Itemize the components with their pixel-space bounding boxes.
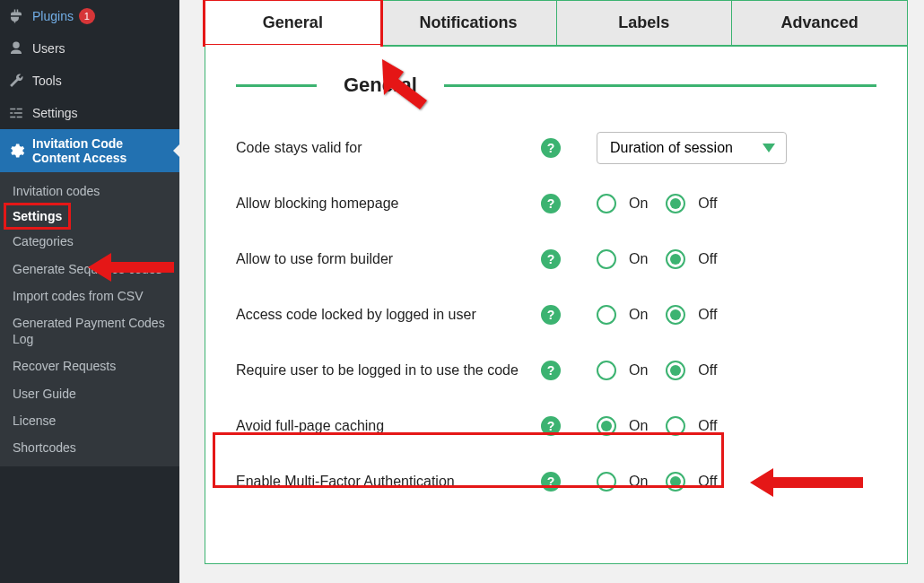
radio-on-label[interactable]: On: [629, 307, 648, 323]
plug-icon: [7, 7, 25, 25]
radio-on[interactable]: [597, 305, 616, 325]
submenu-generate-sequence-codes[interactable]: Generate Sequence codes: [0, 256, 179, 283]
help-icon[interactable]: ?: [541, 361, 561, 380]
tab-advanced[interactable]: Advanced: [732, 0, 908, 45]
nav-plugins[interactable]: Plugins 1: [0, 0, 179, 32]
settings-panel: General Code stays valid for ? Duration …: [205, 47, 908, 564]
radio-on[interactable]: [597, 416, 616, 436]
option-label: Avoid full-page caching: [236, 418, 541, 434]
gear-icon: [7, 142, 25, 160]
nav-settings[interactable]: Settings: [0, 97, 179, 129]
radio-on-label[interactable]: On: [629, 418, 648, 434]
radio-on[interactable]: [597, 249, 616, 269]
help-icon[interactable]: ?: [541, 194, 561, 213]
row-allow-blocking-homepage: Allow blocking homepage ? On Off: [236, 176, 876, 231]
help-icon[interactable]: ?: [541, 305, 561, 325]
radio-off-label[interactable]: Off: [698, 307, 717, 323]
nav-tools[interactable]: Tools: [0, 65, 179, 97]
main-content: General Notifications Labels Advanced Ge…: [179, 0, 924, 583]
chevron-down-icon: [763, 144, 775, 152]
radio-off-label[interactable]: Off: [698, 418, 717, 434]
tab-general[interactable]: General: [205, 0, 381, 45]
update-badge: 1: [79, 8, 95, 24]
submenu-import-codes-from-csv[interactable]: Import codes from CSV: [0, 283, 179, 309]
nav-invitation-code-content-access[interactable]: Invitation Code Content Access: [0, 129, 179, 172]
sliders-icon: [7, 104, 25, 122]
radio-off[interactable]: [666, 472, 685, 492]
submenu-categories[interactable]: Categories: [0, 228, 179, 255]
submenu-recover-requests[interactable]: Recover Requests: [0, 352, 179, 379]
radio-on[interactable]: [597, 472, 616, 492]
submenu-settings[interactable]: Settings: [5, 204, 69, 228]
submenu-generated-payment-codes-log[interactable]: Generated Payment Codes Log: [0, 309, 179, 352]
radio-on[interactable]: [597, 194, 616, 213]
submenu-invitation-codes[interactable]: Invitation codes: [0, 178, 179, 204]
submenu-shortcodes[interactable]: Shortcodes: [0, 434, 179, 461]
radio-on-label[interactable]: On: [629, 362, 648, 379]
radio-off[interactable]: [666, 361, 685, 380]
option-label: Access code locked by logged in user: [236, 307, 541, 323]
radio-off[interactable]: [666, 305, 685, 325]
row-enable-mfa: Enable Multi-Factor Authentication ? On …: [236, 454, 876, 509]
divider-line-icon: [236, 84, 317, 87]
divider-line-icon: [444, 84, 876, 87]
nav-label: Settings: [32, 106, 78, 120]
nav-label: Invitation Code Content Access: [32, 136, 169, 165]
radio-on-label[interactable]: On: [629, 251, 648, 267]
radio-on[interactable]: [597, 361, 616, 380]
admin-sidebar: Plugins 1 Users Tools Settings Invitatio…: [0, 0, 179, 583]
user-icon: [7, 39, 25, 57]
radio-off-label[interactable]: Off: [698, 251, 717, 267]
row-require-logged-in: Require user to be logged in to use the …: [236, 343, 876, 398]
wrench-icon: [7, 72, 25, 90]
section-title: General: [344, 74, 417, 97]
tab-bar: General Notifications Labels Advanced: [205, 0, 908, 47]
submenu-license[interactable]: License: [0, 407, 179, 434]
nav-label: Users: [32, 41, 65, 56]
row-access-code-locked: Access code locked by logged in user ? O…: [236, 287, 876, 343]
help-icon[interactable]: ?: [541, 249, 561, 269]
select-value: Duration of session: [610, 140, 733, 155]
radio-off[interactable]: [666, 249, 685, 269]
option-label: Enable Multi-Factor Authentication: [236, 474, 541, 490]
tab-notifications[interactable]: Notifications: [381, 0, 557, 45]
nav-label: Plugins: [32, 9, 74, 23]
nav-users[interactable]: Users: [0, 32, 179, 65]
nav-label: Tools: [32, 74, 62, 88]
option-label: Require user to be logged in to use the …: [236, 362, 541, 379]
row-code-stays-valid-for: Code stays valid for ? Duration of sessi…: [236, 120, 876, 176]
code-valid-duration-select[interactable]: Duration of session: [597, 132, 787, 164]
radio-on-label[interactable]: On: [629, 196, 648, 212]
radio-off-label[interactable]: Off: [698, 362, 717, 379]
submenu-user-guide[interactable]: User Guide: [0, 380, 179, 407]
radio-on-label[interactable]: On: [629, 474, 648, 490]
option-label: Allow to use form builder: [236, 251, 541, 267]
option-label: Allow blocking homepage: [236, 196, 541, 212]
tab-labels[interactable]: Labels: [557, 0, 733, 45]
nav-submenu: Invitation codes Settings Categories Gen…: [0, 172, 179, 466]
option-label: Code stays valid for: [236, 140, 541, 156]
row-avoid-full-page-caching: Avoid full-page caching ? On Off: [236, 398, 876, 454]
radio-off[interactable]: [666, 194, 685, 213]
radio-off-label[interactable]: Off: [698, 474, 717, 490]
active-arrow-icon: [173, 144, 180, 158]
section-heading: General: [236, 74, 876, 97]
row-allow-form-builder: Allow to use form builder ? On Off: [236, 231, 876, 287]
radio-off[interactable]: [666, 416, 685, 436]
help-icon[interactable]: ?: [541, 472, 561, 492]
help-icon[interactable]: ?: [541, 416, 561, 436]
help-icon[interactable]: ?: [541, 138, 561, 158]
radio-off-label[interactable]: Off: [698, 196, 717, 212]
